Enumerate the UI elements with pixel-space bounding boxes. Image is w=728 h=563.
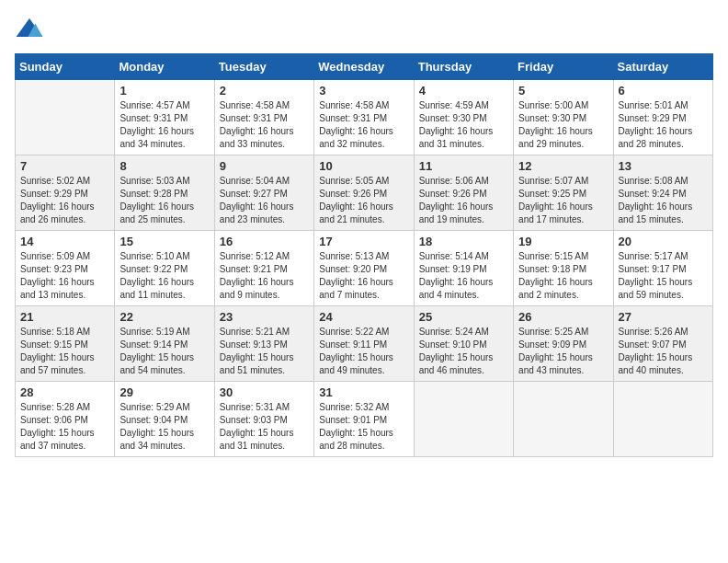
calendar: SundayMondayTuesdayWednesdayThursdayFrid… — [15, 53, 713, 457]
page-header — [15, 15, 713, 44]
calendar-cell: 16Sunrise: 5:12 AM Sunset: 9:21 PM Dayli… — [214, 231, 313, 306]
logo — [15, 15, 48, 44]
day-info: Sunrise: 5:00 AM Sunset: 9:30 PM Dayligh… — [518, 99, 608, 151]
calendar-cell — [414, 382, 513, 457]
calendar-cell: 26Sunrise: 5:25 AM Sunset: 9:09 PM Dayli… — [514, 306, 613, 382]
calendar-cell: 17Sunrise: 5:13 AM Sunset: 9:20 PM Dayli… — [314, 231, 414, 306]
calendar-cell: 24Sunrise: 5:22 AM Sunset: 9:11 PM Dayli… — [314, 306, 414, 382]
calendar-cell: 31Sunrise: 5:32 AM Sunset: 9:01 PM Dayli… — [314, 382, 414, 457]
day-number: 23 — [220, 310, 309, 324]
day-info: Sunrise: 5:32 AM Sunset: 9:01 PM Dayligh… — [319, 401, 408, 453]
day-info: Sunrise: 5:04 AM Sunset: 9:27 PM Dayligh… — [220, 175, 309, 226]
day-info: Sunrise: 5:10 AM Sunset: 9:22 PM Dayligh… — [119, 250, 209, 302]
calendar-week-row: 21Sunrise: 5:18 AM Sunset: 9:15 PM Dayli… — [16, 306, 713, 382]
day-info: Sunrise: 5:26 AM Sunset: 9:07 PM Dayligh… — [619, 326, 708, 377]
calendar-cell: 14Sunrise: 5:09 AM Sunset: 9:23 PM Dayli… — [16, 231, 115, 306]
day-info: Sunrise: 5:08 AM Sunset: 9:24 PM Dayligh… — [619, 175, 708, 226]
day-info: Sunrise: 5:14 AM Sunset: 9:19 PM Dayligh… — [419, 250, 508, 302]
day-number: 14 — [20, 235, 109, 248]
day-info: Sunrise: 5:22 AM Sunset: 9:11 PM Dayligh… — [319, 326, 408, 377]
day-number: 19 — [518, 235, 608, 248]
calendar-header-row: SundayMondayTuesdayWednesdayThursdayFrid… — [16, 54, 713, 80]
calendar-cell: 23Sunrise: 5:21 AM Sunset: 9:13 PM Dayli… — [214, 306, 313, 382]
day-number: 6 — [619, 84, 708, 98]
calendar-cell: 13Sunrise: 5:08 AM Sunset: 9:24 PM Dayli… — [613, 155, 712, 231]
calendar-cell: 28Sunrise: 5:28 AM Sunset: 9:06 PM Dayli… — [16, 382, 115, 457]
calendar-cell: 22Sunrise: 5:19 AM Sunset: 9:14 PM Dayli… — [115, 306, 214, 382]
calendar-header-sunday: Sunday — [16, 54, 115, 80]
calendar-cell: 15Sunrise: 5:10 AM Sunset: 9:22 PM Dayli… — [115, 231, 214, 306]
day-info: Sunrise: 5:28 AM Sunset: 9:06 PM Dayligh… — [20, 401, 109, 453]
calendar-cell: 25Sunrise: 5:24 AM Sunset: 9:10 PM Dayli… — [414, 306, 513, 382]
day-info: Sunrise: 5:25 AM Sunset: 9:09 PM Dayligh… — [518, 326, 608, 377]
calendar-header-thursday: Thursday — [414, 54, 513, 80]
day-number: 17 — [319, 235, 408, 248]
calendar-cell: 5Sunrise: 5:00 AM Sunset: 9:30 PM Daylig… — [514, 80, 613, 155]
calendar-cell: 30Sunrise: 5:31 AM Sunset: 9:03 PM Dayli… — [214, 382, 313, 457]
calendar-cell: 29Sunrise: 5:29 AM Sunset: 9:04 PM Dayli… — [115, 382, 214, 457]
day-number: 5 — [518, 84, 608, 98]
calendar-cell — [16, 80, 115, 155]
day-info: Sunrise: 4:58 AM Sunset: 9:31 PM Dayligh… — [319, 99, 408, 151]
day-info: Sunrise: 5:31 AM Sunset: 9:03 PM Dayligh… — [220, 401, 309, 453]
day-info: Sunrise: 5:01 AM Sunset: 9:29 PM Dayligh… — [619, 99, 708, 151]
day-info: Sunrise: 5:19 AM Sunset: 9:14 PM Dayligh… — [119, 326, 209, 377]
calendar-cell: 1Sunrise: 4:57 AM Sunset: 9:31 PM Daylig… — [115, 80, 214, 155]
calendar-header-wednesday: Wednesday — [314, 54, 414, 80]
day-number: 20 — [619, 235, 708, 248]
day-info: Sunrise: 4:57 AM Sunset: 9:31 PM Dayligh… — [119, 99, 209, 151]
calendar-cell: 11Sunrise: 5:06 AM Sunset: 9:26 PM Dayli… — [414, 155, 513, 231]
day-number: 3 — [319, 84, 408, 98]
day-info: Sunrise: 5:24 AM Sunset: 9:10 PM Dayligh… — [419, 326, 508, 377]
day-info: Sunrise: 5:03 AM Sunset: 9:28 PM Dayligh… — [119, 175, 209, 226]
day-number: 18 — [419, 235, 508, 248]
day-number: 11 — [419, 159, 508, 173]
day-number: 29 — [119, 385, 209, 399]
calendar-header-saturday: Saturday — [613, 54, 712, 80]
day-number: 7 — [20, 159, 109, 173]
calendar-cell: 7Sunrise: 5:02 AM Sunset: 9:29 PM Daylig… — [16, 155, 115, 231]
day-number: 9 — [220, 159, 309, 173]
calendar-cell: 8Sunrise: 5:03 AM Sunset: 9:28 PM Daylig… — [115, 155, 214, 231]
calendar-cell — [613, 382, 712, 457]
day-info: Sunrise: 5:09 AM Sunset: 9:23 PM Dayligh… — [20, 250, 109, 302]
day-number: 21 — [20, 310, 109, 324]
calendar-cell: 21Sunrise: 5:18 AM Sunset: 9:15 PM Dayli… — [16, 306, 115, 382]
day-info: Sunrise: 5:07 AM Sunset: 9:25 PM Dayligh… — [518, 175, 608, 226]
day-number: 2 — [220, 84, 309, 98]
calendar-cell: 4Sunrise: 4:59 AM Sunset: 9:30 PM Daylig… — [414, 80, 513, 155]
day-info: Sunrise: 5:12 AM Sunset: 9:21 PM Dayligh… — [220, 250, 309, 302]
day-number: 27 — [619, 310, 708, 324]
calendar-cell: 10Sunrise: 5:05 AM Sunset: 9:26 PM Dayli… — [314, 155, 414, 231]
day-number: 4 — [419, 84, 508, 98]
calendar-week-row: 7Sunrise: 5:02 AM Sunset: 9:29 PM Daylig… — [16, 155, 713, 231]
day-number: 12 — [518, 159, 608, 173]
day-info: Sunrise: 5:06 AM Sunset: 9:26 PM Dayligh… — [419, 175, 508, 226]
day-info: Sunrise: 5:29 AM Sunset: 9:04 PM Dayligh… — [119, 401, 209, 453]
day-number: 31 — [319, 385, 408, 399]
calendar-cell — [514, 382, 613, 457]
day-number: 25 — [419, 310, 508, 324]
day-number: 8 — [119, 159, 209, 173]
day-number: 22 — [119, 310, 209, 324]
day-number: 13 — [619, 159, 708, 173]
day-number: 15 — [119, 235, 209, 248]
day-number: 30 — [220, 385, 309, 399]
calendar-cell: 20Sunrise: 5:17 AM Sunset: 9:17 PM Dayli… — [613, 231, 712, 306]
day-info: Sunrise: 5:21 AM Sunset: 9:13 PM Dayligh… — [220, 326, 309, 377]
calendar-week-row: 28Sunrise: 5:28 AM Sunset: 9:06 PM Dayli… — [16, 382, 713, 457]
day-number: 10 — [319, 159, 408, 173]
calendar-cell: 6Sunrise: 5:01 AM Sunset: 9:29 PM Daylig… — [613, 80, 712, 155]
logo-icon — [15, 15, 44, 44]
calendar-cell: 3Sunrise: 4:58 AM Sunset: 9:31 PM Daylig… — [314, 80, 414, 155]
calendar-cell: 27Sunrise: 5:26 AM Sunset: 9:07 PM Dayli… — [613, 306, 712, 382]
day-info: Sunrise: 5:02 AM Sunset: 9:29 PM Dayligh… — [20, 175, 109, 226]
calendar-cell: 9Sunrise: 5:04 AM Sunset: 9:27 PM Daylig… — [214, 155, 313, 231]
day-info: Sunrise: 5:17 AM Sunset: 9:17 PM Dayligh… — [619, 250, 708, 302]
calendar-cell: 18Sunrise: 5:14 AM Sunset: 9:19 PM Dayli… — [414, 231, 513, 306]
calendar-week-row: 14Sunrise: 5:09 AM Sunset: 9:23 PM Dayli… — [16, 231, 713, 306]
calendar-cell: 2Sunrise: 4:58 AM Sunset: 9:31 PM Daylig… — [214, 80, 313, 155]
calendar-header-monday: Monday — [115, 54, 214, 80]
day-info: Sunrise: 4:59 AM Sunset: 9:30 PM Dayligh… — [419, 99, 508, 151]
day-number: 24 — [319, 310, 408, 324]
